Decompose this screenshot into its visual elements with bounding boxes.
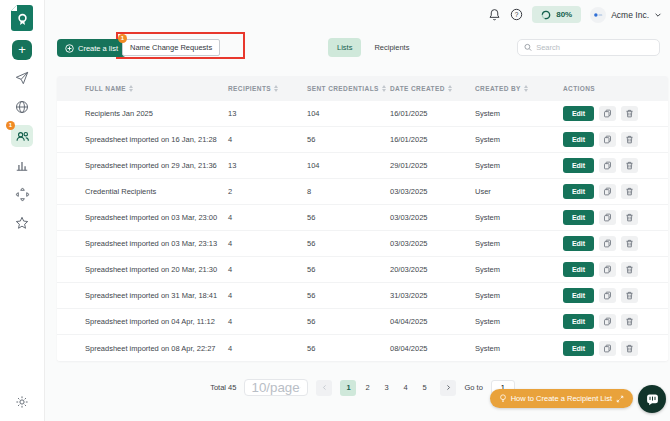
tab-lists[interactable]: Lists bbox=[328, 38, 361, 57]
edit-button[interactable]: Edit bbox=[563, 314, 594, 329]
delete-button[interactable] bbox=[621, 262, 638, 277]
cell-recipients: 2 bbox=[228, 187, 307, 196]
delete-button[interactable] bbox=[621, 158, 638, 173]
duplicate-button[interactable] bbox=[599, 341, 616, 356]
sort-icon[interactable] bbox=[524, 85, 528, 93]
next-page-button[interactable] bbox=[440, 380, 456, 396]
delete-button[interactable] bbox=[621, 236, 638, 251]
duplicate-button[interactable] bbox=[599, 210, 616, 225]
cell-created-by: System bbox=[475, 344, 563, 353]
notifications-button[interactable] bbox=[488, 8, 501, 21]
tab-recipients[interactable]: Recipients bbox=[365, 38, 418, 57]
sidebar-item-recipients[interactable]: 1 bbox=[11, 125, 33, 147]
previous-page-button[interactable] bbox=[316, 380, 332, 396]
edit-button[interactable]: Edit bbox=[563, 288, 594, 303]
edit-button[interactable]: Edit bbox=[563, 106, 594, 121]
cell-full-name: Spreadsheet imported on 03 Mar, 23:13 bbox=[85, 239, 228, 248]
delete-button[interactable] bbox=[621, 210, 638, 225]
delete-button[interactable] bbox=[621, 184, 638, 199]
expand-icon bbox=[616, 395, 624, 403]
column-header-recipients[interactable]: RECIPIENTS bbox=[228, 85, 307, 93]
usage-meter[interactable]: 80% bbox=[532, 6, 581, 23]
how-to-guide-button[interactable]: How to Create a Recipient List bbox=[490, 389, 633, 408]
search-input[interactable] bbox=[536, 43, 653, 52]
cell-sent-credentials: 56 bbox=[307, 135, 390, 144]
create-list-button[interactable]: Create a list bbox=[57, 39, 126, 57]
sidebar-item-integrations[interactable] bbox=[11, 183, 33, 205]
column-header-full-name[interactable]: FULL NAME bbox=[85, 85, 228, 93]
row-actions: Edit bbox=[563, 106, 668, 121]
column-header-created-by[interactable]: CREATED BY bbox=[475, 85, 563, 93]
cell-recipients: 4 bbox=[228, 344, 307, 353]
sidebar-item-settings[interactable] bbox=[11, 391, 33, 413]
edit-button[interactable]: Edit bbox=[563, 132, 594, 147]
add-button[interactable]: + bbox=[12, 40, 32, 60]
gear-icon bbox=[15, 395, 29, 409]
page-button-1[interactable]: 1 bbox=[340, 380, 356, 396]
header-right-cluster: ? 80% Acme Inc. bbox=[488, 6, 662, 23]
help-button[interactable]: ? bbox=[510, 8, 523, 21]
delete-button[interactable] bbox=[621, 132, 638, 147]
row-actions: Edit bbox=[563, 184, 668, 199]
cell-created-by: System bbox=[475, 135, 563, 144]
delete-button[interactable] bbox=[621, 288, 638, 303]
sort-icon[interactable] bbox=[129, 85, 133, 93]
page-button-2[interactable]: 2 bbox=[359, 380, 375, 396]
duplicate-button[interactable] bbox=[599, 288, 616, 303]
sidebar-item-favorites[interactable] bbox=[11, 212, 33, 234]
cell-sent-credentials: 8 bbox=[307, 187, 390, 196]
search-icon bbox=[524, 43, 532, 52]
column-header-sent-credentials[interactable]: SENT CREDENTIALS bbox=[307, 85, 390, 93]
cell-date-created: 03/03/2025 bbox=[390, 213, 475, 222]
chat-widget-button[interactable] bbox=[638, 385, 666, 413]
page-size-select[interactable]: 10/page bbox=[244, 379, 308, 396]
page-button-5[interactable]: 5 bbox=[416, 380, 432, 396]
edit-button[interactable]: Edit bbox=[563, 158, 594, 173]
cell-created-by: System bbox=[475, 317, 563, 326]
cell-created-by: System bbox=[475, 109, 563, 118]
edit-button[interactable]: Edit bbox=[563, 210, 594, 225]
sort-icon[interactable] bbox=[382, 85, 386, 93]
cell-full-name: Spreadsheet imported on 29 Jan, 21:36 bbox=[85, 161, 228, 170]
duplicate-button[interactable] bbox=[599, 236, 616, 251]
edit-button[interactable]: Edit bbox=[563, 262, 594, 277]
duplicate-button[interactable] bbox=[599, 158, 616, 173]
delete-button[interactable] bbox=[621, 314, 638, 329]
edit-button[interactable]: Edit bbox=[563, 184, 594, 199]
duplicate-button[interactable] bbox=[599, 106, 616, 121]
edit-button[interactable]: Edit bbox=[563, 341, 594, 356]
sort-icon[interactable] bbox=[274, 85, 278, 93]
trash-icon bbox=[625, 265, 634, 274]
sidebar-item-send[interactable] bbox=[11, 67, 33, 89]
trash-icon bbox=[625, 109, 634, 118]
sidebar-item-analytics[interactable] bbox=[11, 154, 33, 176]
paper-plane-icon bbox=[15, 71, 29, 85]
account-menu[interactable]: Acme Inc. bbox=[590, 7, 662, 23]
cell-created-by: User bbox=[475, 187, 563, 196]
table-row: Spreadsheet imported on 31 Mar, 18:41 4 … bbox=[57, 283, 668, 309]
trash-icon bbox=[625, 291, 634, 300]
bar-chart-icon bbox=[15, 158, 29, 172]
chevron-down-icon bbox=[300, 384, 302, 391]
delete-button[interactable] bbox=[621, 341, 638, 356]
column-header-actions: ACTIONS bbox=[563, 85, 668, 92]
duplicate-button[interactable] bbox=[599, 132, 616, 147]
cell-recipients: 4 bbox=[228, 239, 307, 248]
name-change-requests-button[interactable]: Name Change Requests bbox=[122, 39, 220, 56]
edit-button[interactable]: Edit bbox=[563, 236, 594, 251]
search-box[interactable] bbox=[517, 39, 660, 56]
table-row: Recipients Jan 2025 13 104 16/01/2025 Sy… bbox=[57, 101, 668, 127]
sidebar-item-globe[interactable] bbox=[11, 96, 33, 118]
delete-button[interactable] bbox=[621, 106, 638, 121]
column-header-date-created[interactable]: DATE CREATED bbox=[390, 85, 475, 93]
page-button-4[interactable]: 4 bbox=[397, 380, 413, 396]
duplicate-button[interactable] bbox=[599, 262, 616, 277]
cell-sent-credentials: 56 bbox=[307, 344, 390, 353]
duplicate-button[interactable] bbox=[599, 184, 616, 199]
row-actions: Edit bbox=[563, 341, 668, 356]
sort-icon[interactable] bbox=[448, 85, 452, 93]
duplicate-button[interactable] bbox=[599, 314, 616, 329]
page-button-3[interactable]: 3 bbox=[378, 380, 394, 396]
table-row: Spreadsheet imported on 16 Jan, 21:28 4 … bbox=[57, 127, 668, 153]
cell-full-name: Spreadsheet imported on 16 Jan, 21:28 bbox=[85, 135, 228, 144]
